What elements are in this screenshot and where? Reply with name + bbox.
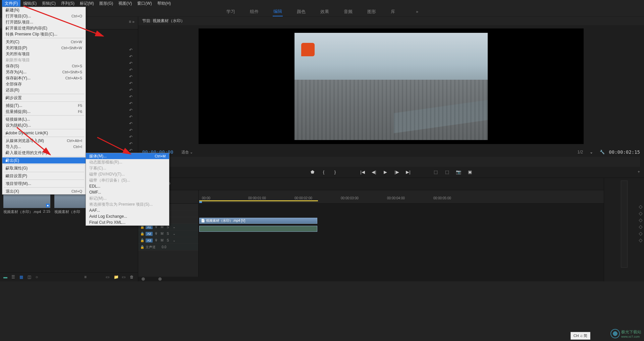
zoom-fit-dropdown[interactable]: 适合 ⌄ [181, 150, 193, 155]
menu-window[interactable]: 窗口(W) [135, 0, 154, 7]
track-a3[interactable]: 🔒A3🎙MS⌄ [138, 237, 198, 244]
menu-view[interactable]: 视图(V) [116, 0, 135, 7]
undo-icon: ↶ [129, 148, 135, 153]
menu-item[interactable]: 关闭项目(P)Ctrl+Shift+W [2, 45, 86, 51]
list-view-icon[interactable]: ☰ [11, 275, 16, 279]
step-back-icon[interactable]: ◀| [371, 169, 377, 175]
settings-wrench-icon[interactable]: 🔧 [600, 150, 605, 154]
ruler-tick: 00:00 [202, 196, 210, 200]
add-marker-icon[interactable]: ⬟ [310, 169, 315, 175]
mark-in-icon[interactable]: { [321, 169, 326, 175]
submenu-item[interactable]: EDL... [86, 183, 169, 189]
audio-clip[interactable] [199, 226, 317, 232]
menu-edit[interactable]: 编辑(E) [20, 0, 39, 7]
submenu-item[interactable]: Final Cut Pro XML... [86, 219, 169, 225]
filter-bin-icon[interactable]: ▬ [3, 275, 8, 279]
compare-icon[interactable]: ▣ [467, 169, 473, 175]
work-area-bar[interactable] [199, 200, 318, 201]
icon-view-icon[interactable]: ▦ [19, 275, 24, 279]
menu-item[interactable]: 导入(I)...Ctrl+I [2, 144, 86, 150]
ws-audio[interactable]: 音频 [343, 7, 353, 16]
ws-effects[interactable]: 效果 [320, 7, 330, 16]
menu-clip[interactable]: 剪辑(C) [39, 0, 58, 7]
menu-item[interactable]: 捕捉(T)...F5 [2, 103, 86, 109]
program-monitor[interactable] [199, 28, 584, 144]
ws-overflow-icon[interactable]: » [416, 9, 418, 14]
menu-item[interactable]: 从媒体浏览器导入(M)Ctrl+Alt+I [2, 138, 86, 144]
automate-icon[interactable]: ≡ [84, 275, 89, 279]
timeline-tracks[interactable]: 00:00 00:00:01:00 00:00:02:00 00:00:03:0… [199, 190, 604, 277]
step-forward-icon[interactable]: |▶ [394, 169, 399, 175]
menu-item[interactable]: 导出(E)▶ [2, 157, 86, 163]
menu-item[interactable]: 关闭所有项目 [2, 51, 86, 57]
submenu-item[interactable]: 媒体(M)...Ctrl+M [86, 153, 169, 159]
ws-assembly[interactable]: 组件 [249, 7, 259, 16]
menu-item[interactable]: 同步设置▶ [2, 95, 86, 101]
submenu-item[interactable]: OMF... [86, 189, 169, 195]
mark-out-icon[interactable]: } [332, 169, 338, 175]
panel-menu-icon[interactable]: ≡ » [125, 18, 138, 25]
program-panel-tab[interactable]: 节目: 视频素材（水印） [142, 18, 185, 23]
menu-item[interactable]: 项目管理(M)... [2, 181, 86, 187]
timeline-scrollbar[interactable] [138, 277, 604, 281]
menu-marker[interactable]: 标记(M) [77, 0, 97, 7]
lift-icon[interactable]: ⬚ [433, 169, 438, 175]
menu-item[interactable]: 项目设置(P)▶ [2, 173, 86, 179]
submenu-item[interactable]: Avid Log Exchange... [86, 213, 169, 219]
menu-item[interactable]: 转换 Premiere Clip 项目(C)... [2, 31, 86, 37]
undo-icon: ↶ [129, 68, 135, 72]
ime-indicator[interactable]: CH ♫ 简 [571, 332, 590, 340]
button-editor-icon[interactable]: + [638, 169, 640, 174]
menu-item[interactable]: Adobe Dynamic Link(K)▶ [2, 130, 86, 136]
undo-icon: ↶ [129, 135, 135, 139]
menu-item[interactable]: 新建(N)▶ [2, 7, 86, 13]
play-icon[interactable]: ▶ [383, 169, 388, 175]
clear-icon[interactable]: 🗑 [130, 275, 135, 279]
menu-help[interactable]: 帮助(H) [155, 0, 174, 7]
track-master[interactable]: 🔒主声道0.0 [138, 244, 198, 251]
ws-graphics[interactable]: 图形 [367, 7, 377, 16]
menu-graphics[interactable]: 图形(G) [97, 0, 116, 7]
scroll-thumb-left[interactable] [142, 277, 145, 281]
menu-item[interactable]: 打开最近使用的内容(E)▶ [2, 25, 86, 31]
menu-file[interactable]: 文件(F) [2, 0, 20, 7]
find-icon[interactable]: ▭ [106, 275, 110, 279]
menu-item[interactable]: 设为脱机(O)... [2, 122, 86, 128]
ws-editing[interactable]: 编辑 [273, 7, 283, 16]
zoom-level[interactable]: 1/2 [578, 150, 583, 154]
menu-sequence[interactable]: 序列(S) [58, 0, 77, 7]
menu-item[interactable]: 另存为(A)...Ctrl+Shift+S [2, 69, 86, 75]
menu-item[interactable]: 获取属性(G)▶ [2, 165, 86, 171]
menu-item[interactable]: 链接媒体(L)... [2, 116, 86, 122]
submenu-item[interactable]: AAF... [86, 207, 169, 213]
new-bin-icon[interactable]: 📁 [114, 275, 118, 279]
ws-color[interactable]: 颜色 [296, 7, 306, 16]
go-to-out-icon[interactable]: ▶| [406, 169, 411, 175]
menu-item[interactable]: 全部保存 [2, 81, 86, 87]
ws-libraries[interactable]: 库 [390, 7, 396, 16]
menu-item[interactable]: 退出(X)Ctrl+Q [2, 188, 86, 194]
menu-item[interactable]: 打开团队项目... [2, 19, 86, 25]
menu-item[interactable]: 批量捕捉(B)...F6 [2, 109, 86, 115]
sort-icon[interactable]: ○ [36, 275, 40, 279]
undo-icon: ↶ [129, 101, 135, 106]
menu-item[interactable]: 关闭(C)Ctrl+W [2, 39, 86, 45]
ws-learn[interactable]: 学习 [226, 7, 236, 16]
track-a2[interactable]: 🔒A2🎙MS⌄ [138, 230, 198, 237]
scroll-thumb-right[interactable] [158, 277, 162, 281]
menu-item[interactable]: 还原(R) [2, 87, 86, 93]
menu-item[interactable]: 保存副本(Y)...Ctrl+Alt+S [2, 75, 86, 81]
freeform-view-icon[interactable]: ◫ [28, 275, 32, 279]
extract-icon[interactable]: ⬚ [444, 169, 450, 175]
new-item-icon[interactable]: ▭ [122, 275, 126, 279]
menu-item[interactable]: 打开项目(O)...Ctrl+O [2, 13, 86, 19]
export-frame-icon[interactable]: 📷 [456, 169, 461, 175]
submenu-item: 字幕(C)... [86, 165, 169, 171]
time-ruler[interactable]: 00:00 00:00:01:00 00:00:02:00 00:00:03:0… [199, 190, 604, 204]
video-clip[interactable]: 📄 视频素材（水印）.mp4 [V] [199, 218, 317, 224]
menu-item[interactable]: 保存(S)Ctrl+S [2, 63, 86, 69]
menu-item[interactable]: 刷新所有项目 [2, 57, 86, 63]
program-timeline-ruler[interactable] [142, 157, 640, 167]
go-to-in-icon[interactable]: |◀ [360, 169, 365, 175]
menu-item[interactable]: 导入最近使用的文件(F)▶ [2, 150, 86, 156]
